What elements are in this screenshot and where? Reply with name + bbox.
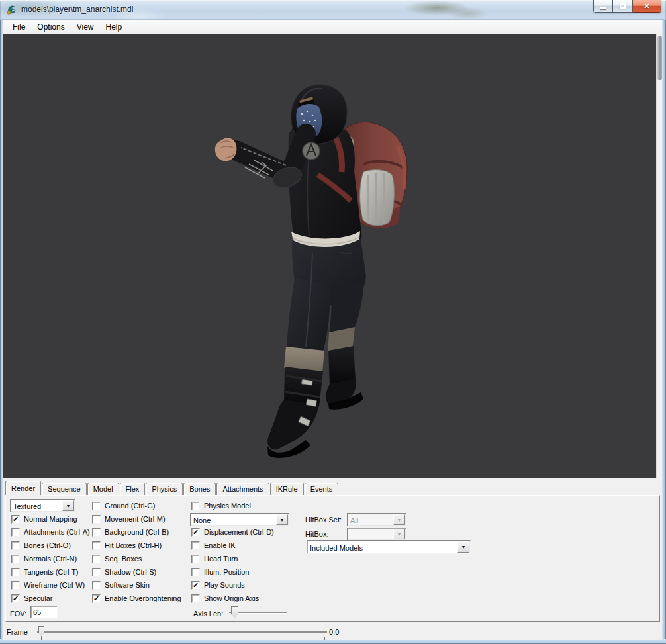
checkbox-tangents-ctrl-t[interactable] [11,568,20,576]
checkbox-row-physics-model[interactable]: Physics Model [191,499,251,512]
checkbox-background-ctrl-b[interactable] [92,528,101,537]
checkbox-row-specular[interactable]: ✓Specular [11,592,90,605]
checkbox-specular[interactable]: ✓ [11,594,20,603]
checkbox-label-physics-model: Physics Model [204,502,251,510]
tab-render[interactable]: Render [5,481,41,495]
tab-model[interactable]: Model [87,483,119,495]
checkbox-shadow-ctrl-s[interactable] [92,568,101,576]
minimize-button[interactable] [593,0,613,13]
checkbox-row-play-sounds[interactable]: ✓Play Sounds [191,578,274,592]
player-model [3,34,656,478]
maximize-icon [620,3,626,9]
hitbox-set-combo: All ▼ [347,513,406,526]
checkbox-attachments-ctrl-a[interactable] [11,528,20,537]
frame-slider-tick-end [324,637,325,640]
checkbox-displacement-ctrl-d[interactable]: ✓ [191,528,200,537]
checkbox-play-sounds[interactable]: ✓ [191,581,200,590]
checkbox-row-attachments-ctrl-a[interactable]: Attachments (Ctrl-A) [11,526,90,539]
checkbox-label-wireframe-ctrl-w: Wireframe (Ctrl-W) [24,581,85,589]
window-frame-bottom [0,639,666,644]
checkbox-label-hit-boxes-ctrl-h: Hit Boxes (Ctrl-H) [105,541,162,549]
overlay-mode-dropdown-icon[interactable]: ▼ [276,514,288,525]
model-viewport[interactable] [3,34,656,478]
checkbox-label-illum-position: Illum. Position [204,568,249,576]
hlmv-app-icon [6,4,18,15]
checkbox-hit-boxes-ctrl-h[interactable] [92,541,101,550]
overlay-mode-value: None [191,515,275,524]
checkbox-row-enable-overbrightening[interactable]: ✓Enable Overbrightening [92,592,181,605]
checkbox-show-origin-axis[interactable] [191,594,200,603]
checkbox-label-tangents-ctrl-t: Tangents (Ctrl-T) [24,568,79,576]
checkbox-software-skin[interactable] [92,581,101,590]
checkbox-bones-ctrl-o[interactable] [11,541,20,550]
menu-options[interactable]: Options [31,21,70,33]
checkbox-row-illum-position[interactable]: Illum. Position [191,565,274,578]
tab-attachments[interactable]: Attachments [216,483,269,495]
checkbox-normals-ctrl-n[interactable] [11,555,20,563]
maximize-button[interactable] [613,0,633,13]
checkbox-row-enable-ik[interactable]: Enable IK [191,539,274,552]
window-title: models\player\tm_anarchist.mdl [21,5,133,14]
checkbox-row-normals-ctrl-n[interactable]: Normals (Ctrl-N) [11,552,90,565]
checkbox-normal-mapping[interactable]: ✓ [11,515,20,524]
viewport-scrollbar-thumb[interactable] [657,36,662,80]
frame-label: Frame [7,628,28,636]
hitbox-value [348,533,393,535]
render-options-middle: Ground (Ctrl-G)Movement (Ctrl-M)Backgrou… [92,499,181,605]
render-mode-dropdown-icon[interactable]: ▼ [62,500,74,511]
checkbox-row-software-skin[interactable]: Software Skin [92,578,181,592]
viewport-scrollbar[interactable] [656,34,662,478]
overlay-mode-combo[interactable]: None ▼ [190,513,289,526]
titlebar[interactable]: models\player\tm_anarchist.mdl ✕ [0,0,666,20]
checkbox-label-displacement-ctrl-d: Displacement (Ctrl-D) [204,528,274,536]
checkbox-row-ground-ctrl-g[interactable]: Ground (Ctrl-G) [92,499,181,512]
checkbox-row-shadow-ctrl-s[interactable]: Shadow (Ctrl-S) [92,565,181,578]
checkbox-row-bones-ctrl-o[interactable]: Bones (Ctrl-O) [11,539,90,552]
menu-file[interactable]: File [7,21,31,33]
included-models-dropdown-icon[interactable]: ▼ [457,541,469,553]
checkbox-label-normal-mapping: Normal Mapping [24,515,77,523]
checkbox-head-turn[interactable] [191,555,200,563]
checkbox-label-seq-boxes: Seq. Boxes [105,555,142,563]
menu-help[interactable]: Help [100,21,128,33]
minimize-icon [600,7,606,9]
checkbox-physics-model[interactable] [191,502,200,510]
tab-flex[interactable]: Flex [120,483,146,495]
tab-physics[interactable]: Physics [146,483,183,495]
tab-sequence[interactable]: Sequence [42,483,87,495]
menu-view[interactable]: View [71,21,100,33]
checkbox-ground-ctrl-g[interactable] [92,502,101,510]
checkbox-enable-overbrightening[interactable]: ✓ [92,594,101,603]
axis-len-slider-thumb[interactable] [231,606,238,618]
render-mode-combo[interactable]: Textured ▼ [10,499,75,512]
checkbox-row-show-origin-axis[interactable]: Show Origin Axis [191,592,274,605]
frame-slider-thumb[interactable] [38,626,44,637]
checkbox-seq-boxes[interactable] [92,555,101,563]
close-button[interactable]: ✕ [633,0,661,13]
checkbox-row-normal-mapping[interactable]: ✓Normal Mapping [11,512,90,526]
fov-label: FOV: [10,610,26,618]
render-options-right: ✓Displacement (Ctrl-D)Enable IKHead Turn… [191,526,274,605]
tab-bones[interactable]: Bones [183,483,216,495]
checkbox-row-seq-boxes[interactable]: Seq. Boxes [92,552,181,565]
checkbox-row-tangents-ctrl-t[interactable]: Tangents (Ctrl-T) [11,565,90,578]
frame-slider-track[interactable] [37,631,327,633]
fov-input[interactable] [30,606,58,618]
hitbox-label: HitBox: [305,530,328,538]
checkbox-movement-ctrl-m[interactable] [92,515,101,524]
tab-ikrule[interactable]: IKRule [270,483,304,495]
checkbox-enable-ik[interactable] [191,541,200,550]
checkbox-label-enable-ik: Enable IK [204,541,236,549]
checkbox-wireframe-ctrl-w[interactable] [11,581,20,590]
checkbox-row-displacement-ctrl-d[interactable]: ✓Displacement (Ctrl-D) [191,526,274,539]
checkbox-row-head-turn[interactable]: Head Turn [191,552,274,565]
tab-events[interactable]: Events [305,483,339,495]
checkbox-row-movement-ctrl-m[interactable]: Movement (Ctrl-M) [92,512,181,526]
hitbox-combo: ▼ [347,528,406,541]
included-models-combo[interactable]: Included Models ▼ [307,540,471,554]
checkbox-illum-position[interactable] [191,568,200,576]
checkbox-row-hit-boxes-ctrl-h[interactable]: Hit Boxes (Ctrl-H) [92,539,181,552]
checkbox-row-wireframe-ctrl-w[interactable]: Wireframe (Ctrl-W) [11,578,90,592]
checkbox-row-background-ctrl-b[interactable]: Background (Ctrl-B) [92,526,181,539]
render-mode-value: Textured [11,501,62,510]
